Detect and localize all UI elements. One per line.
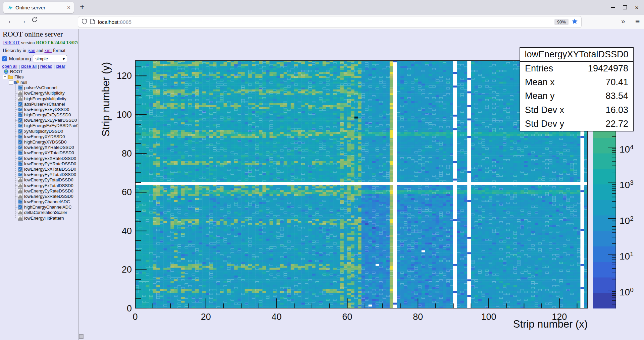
- monitoring-select[interactable]: simple▾: [33, 55, 67, 62]
- tab-title: Online server: [15, 5, 64, 10]
- tree-item-lowEnergyExRateDSSD0[interactable]: lowEnergyExRateDSSD0: [0, 193, 78, 199]
- tree-item-label: lowEnergyChannelADC: [24, 199, 70, 204]
- tree-item-label: highEnergyExEyDSSDPair0: [24, 123, 78, 128]
- stats-value: 16.03: [605, 105, 628, 115]
- tree-item-label: highEnergyXYDSSD0: [24, 139, 66, 145]
- th2-histogram-icon: [18, 123, 23, 128]
- url-text[interactable]: localhost:8085: [98, 19, 131, 25]
- tree-link-close-all[interactable]: close all: [21, 64, 37, 69]
- menu-icon[interactable]: ≡: [635, 17, 640, 26]
- tree-item-label: ROOT: [10, 69, 23, 74]
- forward-icon[interactable]: →: [19, 17, 26, 25]
- tree-item-deltaCorrelationScaler[interactable]: deltaCorrelationScaler: [0, 210, 78, 215]
- xml-link[interactable]: xml: [44, 48, 52, 53]
- tree-item-lowEnergyChannelADC[interactable]: lowEnergyChannelADC: [0, 199, 78, 205]
- tree-connector: [15, 191, 18, 191]
- tree-item-xyMultiplicityDSSD0[interactable]: xyMultiplicityDSSD0: [0, 128, 78, 134]
- link-separator: |: [52, 64, 56, 69]
- th2-histogram-icon: [18, 129, 23, 134]
- tree-node-root[interactable]: ROOT: [0, 69, 78, 74]
- hierarchy-line: Hierarchy in json and xml format: [3, 48, 65, 53]
- tree-connector: [15, 126, 18, 126]
- tab-close-icon[interactable]: ×: [67, 5, 70, 10]
- folder-icon: [8, 74, 13, 79]
- stats-row-entries: Entries19424978: [525, 63, 628, 74]
- jsroot-logo-icon: [8, 5, 13, 10]
- maximize-icon[interactable]: [623, 5, 627, 9]
- tree-node-null-file[interactable]: null: [0, 79, 78, 85]
- root-version: ROOT 6.24.04 13/07/2: [36, 40, 78, 45]
- stats-row-mean-y: Mean y83.54: [525, 91, 628, 101]
- tree-item-lowEnergyEyTotalDSSD0[interactable]: lowEnergyEyTotalDSSD0: [0, 177, 78, 183]
- tree-item-lowEnergyXYTotalDSSD0[interactable]: lowEnergyXYTotalDSSD0: [0, 150, 78, 156]
- tree-connector: [15, 88, 18, 88]
- y-tick-label-60: 60: [95, 187, 132, 197]
- tree-item-lowEnergyExEyDSSD0[interactable]: lowEnergyExEyDSSD0: [0, 107, 78, 112]
- tree-item-label: lowEnergyEyTotalDSSD0: [24, 177, 73, 182]
- tree-item-highEnergyExEyDSSDPair0[interactable]: highEnergyExEyDSSDPair0: [0, 123, 78, 128]
- th2-histogram-icon: [18, 145, 23, 150]
- new-tab-button[interactable]: +: [80, 2, 85, 11]
- th2-histogram-icon: [18, 139, 23, 145]
- window-controls: ×: [611, 0, 644, 15]
- tree-item-lowEnergyEyYRateDSSD0[interactable]: lowEnergyEyYRateDSSD0: [0, 161, 78, 166]
- tree-connector: [15, 131, 18, 131]
- tree-item-lowEnergyEyYTotalDSSD0[interactable]: lowEnergyEyYTotalDSSD0: [0, 172, 78, 177]
- zoom-level-badge[interactable]: 90%: [554, 19, 569, 25]
- close-icon[interactable]: ×: [635, 4, 639, 11]
- tree-link-open-all[interactable]: open all: [2, 64, 17, 69]
- online-file-icon: [14, 80, 19, 85]
- tree-node-files[interactable]: Files: [0, 74, 78, 79]
- back-icon[interactable]: ←: [7, 17, 14, 25]
- tree-item-lowEnergyHitPattern[interactable]: lowEnergyHitPattern: [0, 215, 78, 221]
- tree-item-label: deltaCorrelationScaler: [24, 210, 67, 215]
- tree-item-lowEnergyExXRateDSSD0[interactable]: lowEnergyExXRateDSSD0: [0, 156, 78, 161]
- tree-connector: [15, 136, 18, 137]
- th1-histogram-icon: [18, 216, 23, 221]
- tree-item-label: lowEnergyExEyPairDSSD0: [24, 118, 77, 123]
- reload-icon[interactable]: [32, 16, 38, 24]
- tree-item-highEnergyXYDSSD0[interactable]: highEnergyXYDSSD0: [0, 139, 78, 145]
- th2-histogram-icon: [18, 102, 23, 107]
- tree-action-links: open all | close all | reload | clear: [2, 64, 65, 69]
- tree-item-label: lowEnergyXYDSSD0: [24, 134, 65, 139]
- splitter-grip[interactable]: [79, 334, 84, 339]
- x-tick-label-60: 60: [332, 312, 362, 322]
- tree-item-label: lowEnergyExEyDSSD0: [24, 107, 69, 112]
- tree-item-lowEnergyXYRateDSSD0[interactable]: lowEnergyXYRateDSSD0: [0, 145, 78, 150]
- tree-item-lowEnergyXYDSSD0[interactable]: lowEnergyXYDSSD0: [0, 134, 78, 139]
- toolbar-overflow-icon[interactable]: »: [621, 17, 625, 25]
- tree-item-lowEnergyExEyPairDSSD0[interactable]: lowEnergyExEyPairDSSD0: [0, 118, 78, 123]
- tree-connector: [15, 185, 18, 186]
- tree-connector: [15, 202, 18, 202]
- url-bar[interactable]: localhost:8085 90%: [78, 16, 581, 27]
- tree-item-highEnergyChannelADC[interactable]: highEnergyChannelADC: [0, 205, 78, 210]
- tree-link-clear[interactable]: clear: [56, 64, 65, 69]
- monitoring-checkbox[interactable]: ✓: [2, 56, 7, 61]
- y-axis-title: Strip number (y): [100, 48, 111, 150]
- minimize-icon[interactable]: [611, 7, 615, 8]
- jsroot-link[interactable]: JSROOT: [3, 40, 20, 45]
- tree-item-lowEnergyMultiplicity[interactable]: lowEnergyMultiplicity: [0, 91, 78, 96]
- th2-histogram-icon: [18, 107, 23, 112]
- tree-item-lowEnergyExXTotalDSSD0[interactable]: lowEnergyExXTotalDSSD0: [0, 166, 78, 172]
- tree-item-pulserVsChannel[interactable]: pulserVsChannel: [0, 85, 78, 91]
- shield-icon[interactable]: [82, 18, 87, 26]
- tree-item-highEnergyExEyDSSD0[interactable]: highEnergyExEyDSSD0: [0, 112, 78, 118]
- stats-label: Entries: [525, 63, 553, 74]
- tree-link-reload[interactable]: reload: [40, 64, 52, 69]
- collapse-box-icon[interactable]: [9, 80, 13, 84]
- tree-connector: [15, 207, 18, 208]
- stats-box[interactable]: lowEnergyXYTotalDSSD0 Entries19424978Mea…: [520, 47, 634, 131]
- tree-item-lowEnergyExTotalDSSD0[interactable]: lowEnergyExTotalDSSD0: [0, 183, 78, 188]
- y-tick-label-0: 0: [95, 303, 132, 314]
- json-link[interactable]: json: [28, 48, 35, 53]
- page-info-icon[interactable]: [90, 19, 95, 25]
- tree-item-lowEnergyEyRateDSSD0[interactable]: lowEnergyEyRateDSSD0: [0, 188, 78, 193]
- bookmark-star-icon[interactable]: [572, 18, 578, 26]
- tree-item-highEnergyMultiplicity[interactable]: highEnergyMultiplicity: [0, 96, 78, 101]
- z-tick-label-1e4: 104: [620, 142, 634, 153]
- browser-tab[interactable]: Online server ×: [3, 2, 74, 13]
- sidebar-divider[interactable]: [78, 29, 78, 340]
- tree-item-absPulserVsChannel[interactable]: absPulserVsChannel: [0, 101, 78, 107]
